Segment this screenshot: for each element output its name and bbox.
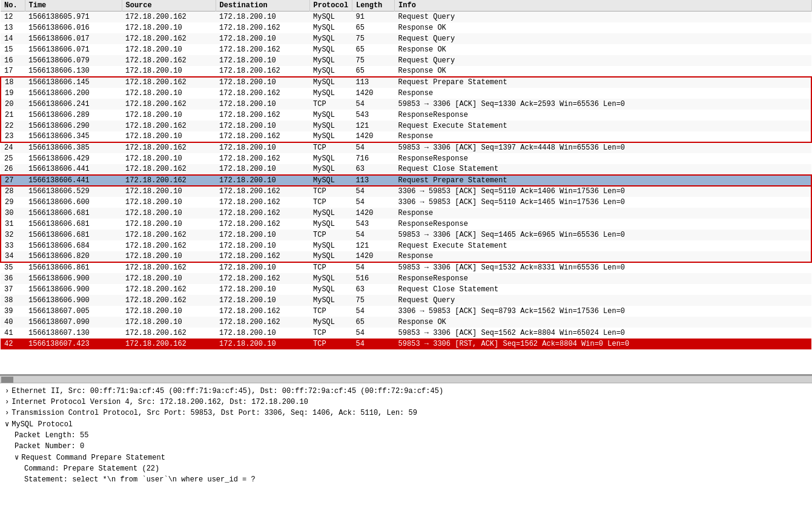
- col-header-time: Time: [25, 0, 122, 12]
- expand-arrow: ›: [5, 398, 9, 406]
- scrollbar-thumb[interactable]: [1, 377, 13, 383]
- detail-panel: ›Ethernet II, Src: 00:ff:71:9a:cf:45 (00…: [0, 383, 812, 509]
- table-row[interactable]: 291566138606.600172.18.200.10172.18.200.…: [1, 197, 811, 208]
- detail-line: Command: Prepare Statement (22): [0, 463, 812, 474]
- table-row[interactable]: 401566138607.090172.18.200.10172.18.200.…: [1, 317, 811, 328]
- table-row[interactable]: 281566138606.529172.18.200.10172.18.200.…: [1, 186, 811, 197]
- detail-line: Packet Length: 55: [0, 430, 812, 441]
- table-row[interactable]: 421566138607.423172.18.200.162172.18.200…: [1, 339, 811, 349]
- table-row[interactable]: 301566138606.681172.18.200.10172.18.200.…: [1, 208, 811, 219]
- detail-line[interactable]: ∨MySQL Protocol: [0, 418, 812, 430]
- packet-list: No. Time Source Destination Protocol Len…: [0, 0, 812, 349]
- table-row[interactable]: 411566138607.130172.18.200.162172.18.200…: [1, 328, 811, 339]
- table-row[interactable]: 231566138606.345172.18.200.10172.18.200.…: [1, 131, 811, 142]
- expand-arrow: ›: [5, 409, 9, 417]
- table-row[interactable]: 321566138606.681172.18.200.162172.18.200…: [1, 230, 811, 240]
- table-row[interactable]: 131566138606.016172.18.200.10172.18.200.…: [1, 22, 811, 33]
- table-row[interactable]: 251566138606.429172.18.200.10172.18.200.…: [1, 153, 811, 164]
- col-header-source: Source: [122, 0, 216, 12]
- expand-arrow: ∨: [15, 454, 19, 462]
- col-header-no: No.: [1, 0, 25, 12]
- table-row[interactable]: 141566138606.017172.18.200.162172.18.200…: [1, 33, 811, 44]
- table-row[interactable]: 161566138606.079172.18.200.162172.18.200…: [1, 55, 811, 66]
- table-row[interactable]: 351566138606.861172.18.200.162172.18.200…: [1, 262, 811, 273]
- horizontal-scrollbar[interactable]: [0, 375, 812, 383]
- table-row[interactable]: 121566138605.971172.18.200.162172.18.200…: [1, 12, 811, 22]
- table-row[interactable]: 381566138606.900172.18.200.162172.18.200…: [1, 295, 811, 306]
- detail-line[interactable]: ›Ethernet II, Src: 00:ff:71:9a:cf:45 (00…: [0, 386, 812, 397]
- table-row[interactable]: 171566138606.130172.18.200.10172.18.200.…: [1, 66, 811, 77]
- detail-line[interactable]: ›Internet Protocol Version 4, Src: 172.1…: [0, 397, 812, 408]
- table-row[interactable]: 271566138606.441172.18.200.162172.18.200…: [1, 175, 811, 186]
- col-header-proto: Protocol: [309, 0, 352, 12]
- expand-arrow: ∨: [5, 420, 9, 429]
- detail-line[interactable]: ›Transmission Control Protocol, Src Port…: [0, 408, 812, 418]
- table-row[interactable]: 221566138606.290172.18.200.162172.18.200…: [1, 121, 811, 131]
- packet-tbody: 121566138605.971172.18.200.162172.18.200…: [1, 12, 811, 349]
- table-row[interactable]: 341566138606.820172.18.200.10172.18.200.…: [1, 251, 811, 262]
- table-header-row: No. Time Source Destination Protocol Len…: [1, 0, 811, 12]
- table-row[interactable]: 181566138606.145172.18.200.162172.18.200…: [1, 77, 811, 88]
- table-row[interactable]: 191566138606.200172.18.200.10172.18.200.…: [1, 88, 811, 99]
- detail-line[interactable]: ∨Request Command Prepare Statement: [0, 452, 812, 463]
- table-row[interactable]: 211566138606.289172.18.200.10172.18.200.…: [1, 110, 811, 121]
- detail-line: Statement: select *\n from `user`\n wher…: [0, 474, 812, 485]
- table-row[interactable]: 311566138606.681172.18.200.10172.18.200.…: [1, 219, 811, 230]
- table-row[interactable]: 391566138607.005172.18.200.10172.18.200.…: [1, 306, 811, 317]
- table-row[interactable]: 261566138606.441172.18.200.162172.18.200…: [1, 164, 811, 175]
- table-row[interactable]: 201566138606.241172.18.200.162172.18.200…: [1, 99, 811, 110]
- col-header-len: Length: [352, 0, 395, 12]
- expand-arrow: ›: [5, 387, 9, 395]
- col-header-info: Info: [395, 0, 811, 12]
- table-row[interactable]: 361566138606.900172.18.200.10172.18.200.…: [1, 273, 811, 284]
- detail-line: Packet Number: 0: [0, 441, 812, 452]
- table-row[interactable]: 371566138606.900172.18.200.162172.18.200…: [1, 284, 811, 295]
- packet-list-container[interactable]: No. Time Source Destination Protocol Len…: [0, 0, 812, 375]
- table-row[interactable]: 331566138606.684172.18.200.162172.18.200…: [1, 240, 811, 251]
- col-header-dest: Destination: [216, 0, 309, 12]
- table-row[interactable]: 241566138606.385172.18.200.162172.18.200…: [1, 142, 811, 153]
- table-row[interactable]: 151566138606.071172.18.200.10172.18.200.…: [1, 44, 811, 55]
